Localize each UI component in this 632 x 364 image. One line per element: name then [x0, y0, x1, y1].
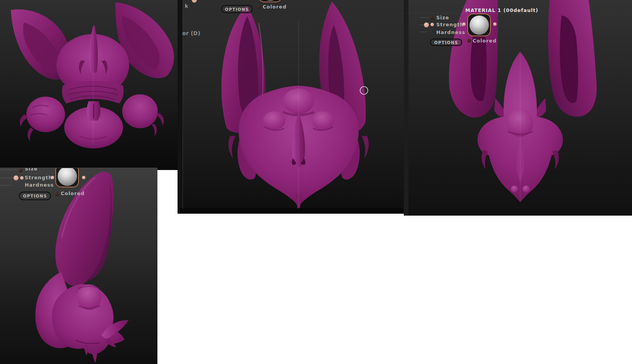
sculpt-model-front-top — [0, 0, 178, 170]
colored-radio[interactable] — [467, 39, 471, 43]
hardness-label: Hardness — [25, 182, 54, 188]
material-preview[interactable] — [55, 168, 79, 187]
nostril-bump-right — [523, 185, 530, 192]
strength-slider-track[interactable] — [0, 178, 13, 178]
colored-label: Colored — [61, 191, 85, 196]
viewport-front-main[interactable]: k OPTIONS Colored or (D) — [178, 0, 404, 214]
viewport-bottom-bar — [178, 208, 404, 214]
colored-label: Colored — [263, 4, 287, 10]
cropped-tool-label: k — [185, 3, 188, 9]
viewport-profile[interactable]: Size Strength Hardness OPTIONS Colored — [0, 168, 157, 364]
strength-slider-dot[interactable] — [430, 23, 434, 26]
viewport-front-right[interactable]: MATERIAL 1 (00default) Size Strength Har… — [404, 0, 632, 216]
options-button[interactable]: OPTIONS — [221, 5, 253, 13]
nostril-bump-left — [511, 185, 518, 192]
material-title: MATERIAL 1 (00default) — [465, 8, 538, 13]
desktop-background: k OPTIONS Colored or (D) — [0, 0, 632, 364]
strength-slider-handle[interactable] — [424, 22, 429, 27]
colored-radio[interactable] — [55, 192, 59, 196]
toolbar-separator — [404, 13, 530, 14]
strength-label: Strength — [436, 22, 464, 27]
cheek-spike-left — [482, 150, 488, 169]
sculpt-model-front-main — [178, 0, 404, 214]
eye-bulge-left — [263, 111, 285, 130]
options-button[interactable]: OPTIONS — [19, 192, 51, 200]
strength-slider-dot[interactable] — [20, 176, 24, 180]
material-left-dot[interactable] — [462, 22, 466, 26]
material-preview[interactable] — [467, 14, 491, 36]
material-sphere-icon — [261, 0, 280, 1]
chin-spike-small — [84, 344, 88, 355]
options-button[interactable]: OPTIONS — [430, 39, 462, 46]
viewport-front-top[interactable] — [0, 0, 178, 170]
material-sphere-icon — [470, 15, 489, 35]
strength-slider-handle[interactable] — [14, 175, 19, 180]
material-left-dot[interactable] — [51, 176, 54, 179]
brow-band — [62, 81, 123, 104]
size-slider-dot[interactable] — [430, 16, 434, 19]
material-right-dot[interactable] — [493, 22, 497, 26]
hardness-slider-track[interactable] — [420, 32, 427, 32]
size-slider-track[interactable] — [420, 17, 429, 18]
material-right-dot[interactable] — [82, 176, 85, 179]
cheek-ball-right — [122, 94, 158, 128]
colored-label: Colored — [473, 38, 497, 44]
hardness-slider-track[interactable] — [0, 185, 11, 185]
cheek-spike-left-2 — [27, 128, 33, 141]
cheek-spike-right-2 — [152, 124, 157, 137]
size-slider-dot[interactable] — [19, 169, 22, 172]
eye-bulge-right — [312, 111, 334, 130]
tool-shortcut-hint: or (D) — [182, 31, 200, 36]
hardness-label: Hardness — [436, 30, 465, 35]
side-spike-right — [362, 136, 369, 158]
strength-label: Strength — [25, 175, 52, 180]
size-slider-track[interactable] — [0, 170, 20, 170]
colored-radio[interactable] — [257, 5, 261, 9]
horn — [89, 26, 98, 73]
size-label: Size — [25, 168, 38, 172]
chin-spike — [91, 347, 97, 363]
material-sphere-icon — [58, 168, 77, 186]
side-spike-left — [229, 136, 236, 158]
cheek-spike-right — [552, 150, 559, 169]
cheek-spike-right-1 — [156, 113, 164, 126]
size-label: Size — [436, 15, 449, 20]
